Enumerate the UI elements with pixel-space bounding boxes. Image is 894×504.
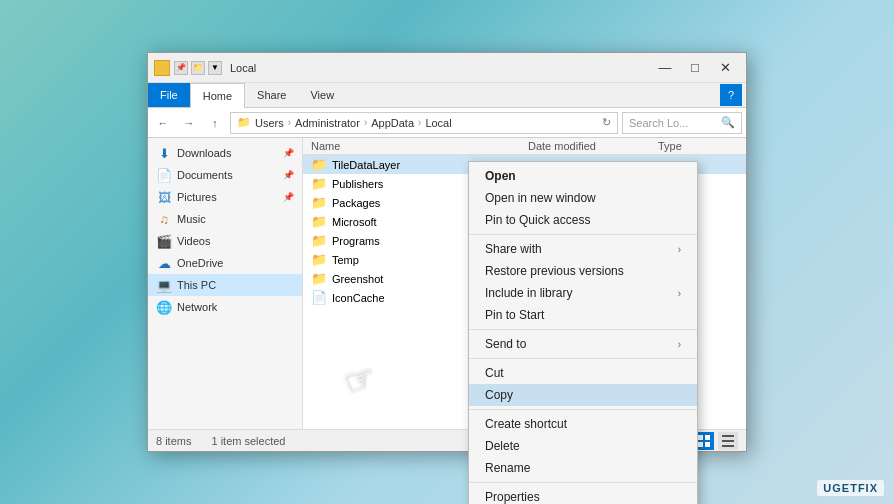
sidebar-item-onedrive[interactable]: ☁ OneDrive — [148, 252, 302, 274]
ctx-delete[interactable]: Delete — [469, 435, 697, 457]
folder-icon: 📁 — [191, 61, 205, 75]
ctx-share-with[interactable]: Share with › — [469, 238, 697, 260]
ctx-pin-quick-access[interactable]: Pin to Quick access — [469, 209, 697, 231]
file-list-header: Name Date modified Type — [303, 138, 746, 155]
folder-icon-publishers: 📁 — [311, 176, 327, 191]
path-users: Users — [255, 117, 284, 129]
ctx-share-with-arrow: › — [678, 244, 681, 255]
forward-button[interactable]: → — [178, 112, 200, 134]
sidebar: ⬇ Downloads 📌 📄 Documents 📌 🖼 Pictures 📌… — [148, 138, 303, 429]
sidebar-item-videos[interactable]: 🎬 Videos — [148, 230, 302, 252]
svg-rect-1 — [705, 435, 710, 440]
ctx-send-to[interactable]: Send to › — [469, 333, 697, 355]
status-selected: 1 item selected — [211, 435, 285, 447]
sidebar-label-network: Network — [177, 301, 217, 313]
ctx-sep1 — [469, 234, 697, 235]
window-title: Local — [226, 62, 646, 74]
quick-access-icons: 📌 📁 ▼ — [174, 61, 222, 75]
svg-rect-0 — [698, 435, 703, 440]
folder-icon-packages: 📁 — [311, 195, 327, 210]
svg-rect-5 — [722, 440, 734, 442]
onedrive-icon: ☁ — [156, 255, 172, 271]
status-count: 8 items — [156, 435, 191, 447]
sidebar-item-documents[interactable]: 📄 Documents 📌 — [148, 164, 302, 186]
ribbon: File Home Share View ? — [148, 83, 746, 108]
ctx-sep5 — [469, 482, 697, 483]
col-header-date: Date modified — [528, 140, 658, 152]
ctx-send-to-label: Send to — [485, 337, 526, 351]
up-button[interactable]: ↑ — [204, 112, 226, 134]
ctx-rename[interactable]: Rename — [469, 457, 697, 479]
back-button[interactable]: ← — [152, 112, 174, 134]
ctx-cut[interactable]: Cut — [469, 362, 697, 384]
ctx-include-library[interactable]: Include in library › — [469, 282, 697, 304]
col-header-name: Name — [311, 140, 528, 152]
thispc-icon: 💻 — [156, 277, 172, 293]
ctx-open-new-window[interactable]: Open in new window — [469, 187, 697, 209]
ctx-restore-versions[interactable]: Restore previous versions — [469, 260, 697, 282]
address-path[interactable]: 📁 Users › Administrator › AppData › Loca… — [230, 112, 618, 134]
svg-rect-4 — [722, 435, 734, 437]
tab-home[interactable]: Home — [190, 83, 245, 108]
pin-icon-pics: 📌 — [283, 192, 294, 202]
ctx-open[interactable]: Open — [469, 165, 697, 187]
sidebar-label-downloads: Downloads — [177, 147, 231, 159]
watermark: UGETFIX — [817, 480, 884, 496]
path-folder-icon: 📁 — [237, 116, 251, 129]
path-appdata: AppData — [371, 117, 414, 129]
folder-icon-microsoft: 📁 — [311, 214, 327, 229]
folder-icon-temp: 📁 — [311, 252, 327, 267]
ctx-include-library-label: Include in library — [485, 286, 572, 300]
search-box[interactable]: Search Lo... 🔍 — [622, 112, 742, 134]
title-bar: 📌 📁 ▼ Local — □ ✕ — [148, 53, 746, 83]
file-icon-iconcache: 📄 — [311, 290, 327, 305]
minimize-button[interactable]: — — [650, 54, 680, 82]
tab-share[interactable]: Share — [245, 83, 298, 107]
maximize-button[interactable]: □ — [680, 54, 710, 82]
ctx-properties[interactable]: Properties — [469, 486, 697, 504]
ctx-send-to-arrow: › — [678, 339, 681, 350]
ctx-pin-start[interactable]: Pin to Start — [469, 304, 697, 326]
pin-icon: 📌 — [174, 61, 188, 75]
path-sep1: › — [288, 117, 291, 128]
ctx-sep2 — [469, 329, 697, 330]
ctx-sep3 — [469, 358, 697, 359]
sidebar-item-network[interactable]: 🌐 Network — [148, 296, 302, 318]
window-icon — [154, 60, 170, 76]
close-button[interactable]: ✕ — [710, 54, 740, 82]
sidebar-item-downloads[interactable]: ⬇ Downloads 📌 — [148, 142, 302, 164]
view-controls — [694, 432, 738, 450]
tab-file[interactable]: File — [148, 83, 190, 107]
window-controls: — □ ✕ — [650, 54, 740, 82]
documents-icon: 📄 — [156, 167, 172, 183]
path-local: Local — [425, 117, 451, 129]
help-button[interactable]: ? — [720, 84, 742, 106]
svg-rect-2 — [698, 442, 703, 447]
path-sep3: › — [418, 117, 421, 128]
folder-icon-greenshot: 📁 — [311, 271, 327, 286]
sidebar-item-music[interactable]: ♫ Music — [148, 208, 302, 230]
sidebar-label-thispc: This PC — [177, 279, 216, 291]
refresh-icon[interactable]: ↻ — [602, 116, 611, 129]
svg-rect-3 — [705, 442, 710, 447]
pictures-icon: 🖼 — [156, 189, 172, 205]
down-icon: ▼ — [208, 61, 222, 75]
pin-icon-docs: 📌 — [283, 170, 294, 180]
sidebar-item-thispc[interactable]: 💻 This PC — [148, 274, 302, 296]
music-icon: ♫ — [156, 211, 172, 227]
sidebar-label-videos: Videos — [177, 235, 210, 247]
network-icon: 🌐 — [156, 299, 172, 315]
tab-view[interactable]: View — [298, 83, 346, 107]
sidebar-label-pictures: Pictures — [177, 191, 217, 203]
sidebar-label-music: Music — [177, 213, 206, 225]
ctx-copy[interactable]: Copy — [469, 384, 697, 406]
sidebar-item-pictures[interactable]: 🖼 Pictures 📌 — [148, 186, 302, 208]
ctx-create-shortcut[interactable]: Create shortcut — [469, 413, 697, 435]
download-icon: ⬇ — [156, 145, 172, 161]
folder-icon-programs: 📁 — [311, 233, 327, 248]
view-list-icon[interactable] — [718, 432, 738, 450]
ctx-include-library-arrow: › — [678, 288, 681, 299]
videos-icon: 🎬 — [156, 233, 172, 249]
folder-icon-tiledatalayer: 📁 — [311, 157, 327, 172]
sidebar-label-onedrive: OneDrive — [177, 257, 223, 269]
